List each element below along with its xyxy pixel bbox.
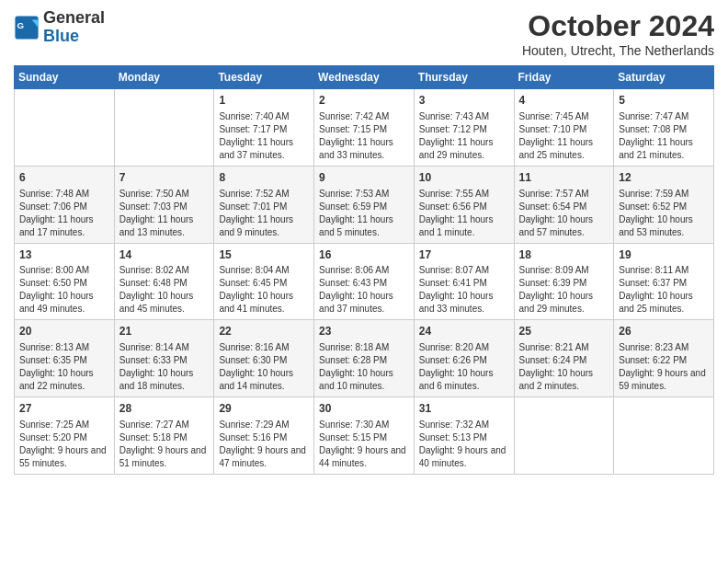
day-info: Sunrise: 7:30 AMSunset: 5:15 PMDaylight:…	[319, 419, 409, 470]
calendar-cell: 26Sunrise: 8:23 AMSunset: 6:22 PMDayligh…	[614, 320, 714, 397]
day-info: Sunrise: 8:23 AMSunset: 6:22 PMDaylight:…	[619, 341, 709, 393]
calendar-cell: 27Sunrise: 7:25 AMSunset: 5:20 PMDayligh…	[15, 397, 115, 475]
day-number: 27	[19, 401, 109, 417]
day-number: 31	[419, 401, 509, 417]
calendar-cell: 3Sunrise: 7:43 AMSunset: 7:12 PMDaylight…	[414, 89, 514, 167]
day-info: Sunrise: 8:11 AMSunset: 6:37 PMDaylight:…	[619, 264, 709, 316]
day-info: Sunrise: 8:09 AMSunset: 6:39 PMDaylight:…	[519, 264, 609, 316]
day-header-wednesday: Wednesday	[314, 66, 415, 89]
day-info: Sunrise: 8:13 AMSunset: 6:35 PMDaylight:…	[19, 341, 109, 393]
day-header-monday: Monday	[114, 66, 214, 89]
calendar-cell: 14Sunrise: 8:02 AMSunset: 6:48 PMDayligh…	[114, 243, 214, 320]
day-info: Sunrise: 7:48 AMSunset: 7:06 PMDaylight:…	[19, 188, 109, 239]
day-info: Sunrise: 8:00 AMSunset: 6:50 PMDaylight:…	[19, 264, 109, 316]
day-number: 29	[219, 401, 309, 417]
calendar-cell: 21Sunrise: 8:14 AMSunset: 6:33 PMDayligh…	[114, 320, 214, 397]
day-header-friday: Friday	[514, 66, 614, 89]
day-info: Sunrise: 8:18 AMSunset: 6:28 PMDaylight:…	[319, 341, 409, 393]
day-header-saturday: Saturday	[614, 66, 714, 89]
day-number: 7	[119, 170, 210, 186]
calendar-cell: 19Sunrise: 8:11 AMSunset: 6:37 PMDayligh…	[614, 243, 714, 320]
day-number: 2	[319, 93, 409, 109]
day-number: 21	[119, 324, 210, 339]
day-info: Sunrise: 7:43 AMSunset: 7:12 PMDaylight:…	[419, 110, 509, 162]
calendar-cell	[614, 397, 714, 475]
calendar-cell: 1Sunrise: 7:40 AMSunset: 7:17 PMDaylight…	[214, 89, 314, 167]
day-info: Sunrise: 8:20 AMSunset: 6:26 PMDaylight:…	[419, 341, 509, 393]
day-number: 3	[419, 93, 509, 109]
calendar-cell: 9Sunrise: 7:53 AMSunset: 6:59 PMDaylight…	[314, 166, 415, 243]
calendar-cell: 7Sunrise: 7:50 AMSunset: 7:03 PMDaylight…	[114, 166, 214, 243]
day-info: Sunrise: 8:04 AMSunset: 6:45 PMDaylight:…	[219, 264, 309, 316]
day-number: 1	[219, 93, 309, 109]
day-number: 9	[319, 170, 409, 186]
day-number: 22	[219, 324, 309, 339]
day-number: 25	[519, 324, 609, 339]
calendar-cell: 20Sunrise: 8:13 AMSunset: 6:35 PMDayligh…	[15, 320, 115, 397]
title-block: October 2024 Houten, Utrecht, The Nether…	[522, 9, 714, 58]
day-info: Sunrise: 7:55 AMSunset: 6:56 PMDaylight:…	[419, 188, 509, 239]
day-info: Sunrise: 7:32 AMSunset: 5:13 PMDaylight:…	[419, 419, 509, 470]
calendar-table: SundayMondayTuesdayWednesdayThursdayFrid…	[14, 65, 714, 475]
calendar-cell: 29Sunrise: 7:29 AMSunset: 5:16 PMDayligh…	[214, 397, 314, 475]
day-number: 20	[19, 324, 109, 339]
day-header-tuesday: Tuesday	[214, 66, 314, 89]
day-header-thursday: Thursday	[414, 66, 514, 89]
location-title: Houten, Utrecht, The Netherlands	[522, 43, 714, 58]
calendar-cell: 22Sunrise: 8:16 AMSunset: 6:30 PMDayligh…	[214, 320, 314, 397]
calendar-cell: 4Sunrise: 7:45 AMSunset: 7:10 PMDaylight…	[514, 89, 614, 167]
day-info: Sunrise: 7:52 AMSunset: 7:01 PMDaylight:…	[219, 188, 309, 239]
day-number: 12	[619, 170, 709, 186]
day-info: Sunrise: 7:25 AMSunset: 5:20 PMDaylight:…	[19, 419, 109, 470]
day-info: Sunrise: 7:50 AMSunset: 7:03 PMDaylight:…	[119, 188, 210, 239]
calendar-cell: 17Sunrise: 8:07 AMSunset: 6:41 PMDayligh…	[414, 243, 514, 320]
calendar-cell: 8Sunrise: 7:52 AMSunset: 7:01 PMDaylight…	[214, 166, 314, 243]
week-row-5: 27Sunrise: 7:25 AMSunset: 5:20 PMDayligh…	[15, 397, 714, 475]
day-info: Sunrise: 8:16 AMSunset: 6:30 PMDaylight:…	[219, 341, 309, 393]
day-info: Sunrise: 7:40 AMSunset: 7:17 PMDaylight:…	[219, 110, 309, 162]
day-info: Sunrise: 7:59 AMSunset: 6:52 PMDaylight:…	[619, 188, 709, 239]
logo: G General Blue	[14, 9, 105, 46]
calendar-cell: 13Sunrise: 8:00 AMSunset: 6:50 PMDayligh…	[15, 243, 115, 320]
calendar-body: 1Sunrise: 7:40 AMSunset: 7:17 PMDaylight…	[15, 89, 714, 475]
day-number: 11	[519, 170, 609, 186]
day-number: 19	[619, 247, 709, 263]
svg-text:G: G	[17, 20, 25, 30]
calendar-cell	[114, 89, 214, 167]
calendar-cell: 18Sunrise: 8:09 AMSunset: 6:39 PMDayligh…	[514, 243, 614, 320]
calendar-cell: 12Sunrise: 7:59 AMSunset: 6:52 PMDayligh…	[614, 166, 714, 243]
calendar-cell: 16Sunrise: 8:06 AMSunset: 6:43 PMDayligh…	[314, 243, 415, 320]
day-number: 4	[519, 93, 609, 109]
day-number: 18	[519, 247, 609, 263]
page-header: G General Blue October 2024 Houten, Utre…	[14, 9, 714, 58]
day-number: 6	[19, 170, 109, 186]
day-number: 14	[119, 247, 210, 263]
day-info: Sunrise: 8:07 AMSunset: 6:41 PMDaylight:…	[419, 264, 509, 316]
day-number: 28	[119, 401, 210, 417]
calendar-cell: 2Sunrise: 7:42 AMSunset: 7:15 PMDaylight…	[314, 89, 415, 167]
calendar-cell: 10Sunrise: 7:55 AMSunset: 6:56 PMDayligh…	[414, 166, 514, 243]
day-number: 26	[619, 324, 709, 339]
day-info: Sunrise: 7:53 AMSunset: 6:59 PMDaylight:…	[319, 188, 409, 239]
day-info: Sunrise: 8:02 AMSunset: 6:48 PMDaylight:…	[119, 264, 210, 316]
calendar-cell: 30Sunrise: 7:30 AMSunset: 5:15 PMDayligh…	[314, 397, 415, 475]
day-info: Sunrise: 8:14 AMSunset: 6:33 PMDaylight:…	[119, 341, 210, 393]
day-header-sunday: Sunday	[15, 66, 115, 89]
calendar-cell: 6Sunrise: 7:48 AMSunset: 7:06 PMDaylight…	[15, 166, 115, 243]
calendar-cell: 31Sunrise: 7:32 AMSunset: 5:13 PMDayligh…	[414, 397, 514, 475]
week-row-3: 13Sunrise: 8:00 AMSunset: 6:50 PMDayligh…	[15, 243, 714, 320]
logo-icon: G	[14, 15, 40, 40]
calendar-cell	[514, 397, 614, 475]
logo-line2: Blue	[43, 28, 105, 46]
day-number: 5	[619, 93, 709, 109]
day-info: Sunrise: 7:47 AMSunset: 7:08 PMDaylight:…	[619, 110, 709, 162]
day-info: Sunrise: 7:45 AMSunset: 7:10 PMDaylight:…	[519, 110, 609, 162]
day-number: 10	[419, 170, 509, 186]
calendar-cell: 25Sunrise: 8:21 AMSunset: 6:24 PMDayligh…	[514, 320, 614, 397]
day-number: 17	[419, 247, 509, 263]
day-info: Sunrise: 7:27 AMSunset: 5:18 PMDaylight:…	[119, 419, 210, 470]
day-number: 13	[19, 247, 109, 263]
month-title: October 2024	[522, 9, 714, 43]
calendar-cell: 23Sunrise: 8:18 AMSunset: 6:28 PMDayligh…	[314, 320, 415, 397]
logo-line1: General	[43, 9, 105, 28]
